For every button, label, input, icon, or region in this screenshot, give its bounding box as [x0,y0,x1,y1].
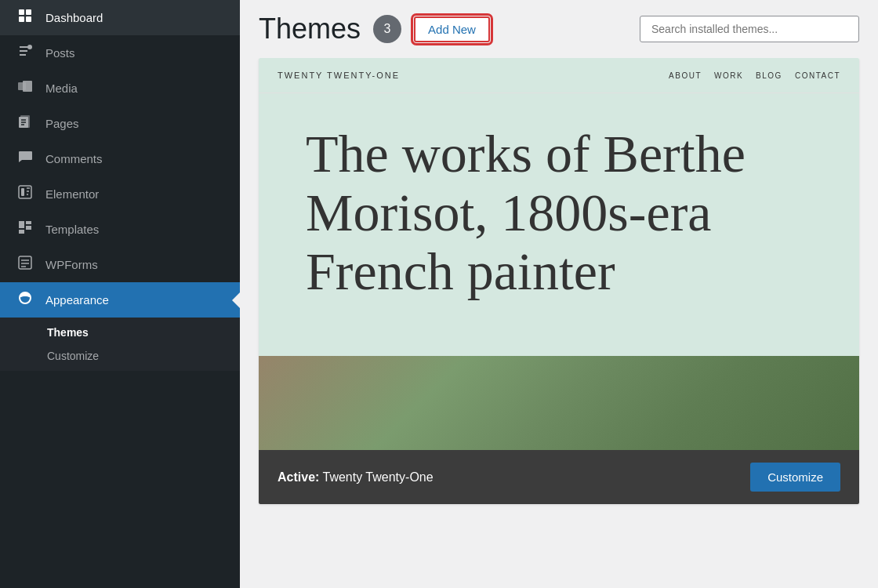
svg-rect-1 [26,9,31,15]
sidebar-item-appearance[interactable]: Appearance [0,282,240,318]
dashboard-icon [16,8,34,27]
page-title: Themes [259,13,361,45]
sidebar-item-label: Templates [45,223,99,236]
submenu-label: Themes [47,326,89,339]
add-new-button[interactable]: Add New [414,16,490,42]
nav-link-about: ABOUT [669,71,702,80]
sidebar-item-pages[interactable]: Pages [0,106,240,141]
search-input[interactable] [640,16,859,42]
sidebar-item-label: Comments [45,152,103,165]
customize-button[interactable]: Customize [750,463,840,492]
comments-icon [16,149,34,169]
main-content: Themes 3 Add New TWENTY TWENTY-ONE ABOUT… [240,0,878,588]
sidebar-active-arrow [232,292,240,308]
preview-nav-links: ABOUT WORK BLOG CONTACT [669,71,840,80]
sidebar-item-label: Posts [45,46,75,60]
preview-hero-title: The works of Berthe Morisot, 1800s-era F… [306,125,812,300]
preview-nav: TWENTY TWENTY-ONE ABOUT WORK BLOG CONTAC… [259,58,859,93]
posts-icon [16,43,34,63]
templates-icon [16,220,34,239]
nav-link-work: WORK [714,71,743,80]
nav-link-contact: CONTACT [795,71,840,80]
theme-footer: Active: Twenty Twenty-One Customize [259,450,859,504]
active-word: Active: [278,470,319,484]
sidebar-item-media[interactable]: Media [0,71,240,106]
elementor-icon [16,184,34,204]
sidebar-item-elementor[interactable]: Elementor [0,176,240,212]
active-label: Active: Twenty Twenty-One [278,470,434,484]
active-theme-info: Active: Twenty Twenty-One [278,470,434,485]
wpforms-icon [16,255,34,274]
active-theme-name: Twenty Twenty-One [323,470,434,484]
svg-rect-13 [21,188,24,196]
submenu-label: Customize [47,350,99,362]
svg-rect-3 [26,16,31,22]
theme-preview: TWENTY TWENTY-ONE ABOUT WORK BLOG CONTAC… [259,58,859,450]
pages-icon [16,114,34,133]
top-bar: Themes 3 Add New [240,0,878,58]
themes-count-badge: 3 [373,15,401,43]
sidebar-item-wpforms[interactable]: WPForms [0,247,240,282]
appearance-icon [16,290,34,310]
sidebar-item-label: Pages [45,117,79,130]
themes-grid: TWENTY TWENTY-ONE ABOUT WORK BLOG CONTAC… [240,58,878,588]
submenu-item-themes[interactable]: Themes [0,321,240,344]
sidebar-item-label: WPForms [45,258,98,271]
appearance-submenu: Themes Customize [0,318,240,371]
sidebar-item-dashboard[interactable]: Dashboard [0,0,240,35]
preview-site-name: TWENTY TWENTY-ONE [278,71,400,80]
sidebar: Dashboard Posts Media [0,0,240,588]
sidebar-item-posts[interactable]: Posts [0,35,240,71]
svg-rect-6 [23,81,32,92]
search-wrapper [640,16,859,42]
sidebar-item-templates[interactable]: Templates [0,212,240,247]
svg-point-4 [27,45,32,49]
svg-rect-2 [19,16,24,22]
sidebar-item-label: Dashboard [45,11,103,24]
sidebar-item-label: Elementor [45,187,99,201]
preview-hero: The works of Berthe Morisot, 1800s-era F… [259,93,859,332]
sidebar-item-label: Appearance [45,293,109,307]
svg-rect-0 [19,9,24,15]
nav-link-blog: BLOG [756,71,782,80]
sidebar-item-label: Media [45,82,78,95]
submenu-item-customize[interactable]: Customize [0,344,240,368]
media-icon [16,78,34,98]
active-theme-card: TWENTY TWENTY-ONE ABOUT WORK BLOG CONTAC… [259,58,859,504]
sidebar-item-comments[interactable]: Comments [0,141,240,176]
preview-image-strip [259,356,859,450]
